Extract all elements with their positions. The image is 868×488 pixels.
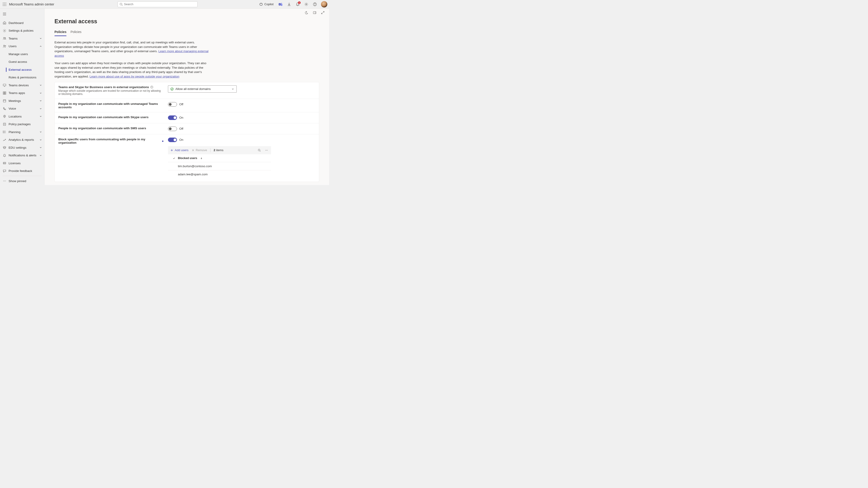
sidebar-item-label: Teams devices [8,84,29,87]
panel-icon[interactable] [312,10,317,15]
topbar-right: Copilot T 1 [257,0,327,8]
sidebar-item-dashboard[interactable]: Dashboard [0,19,44,27]
teams-icon[interactable]: T [277,0,284,8]
svg-point-45 [258,149,260,151]
svg-rect-29 [5,93,6,94]
sidebar-item-settings-policies[interactable]: Settings & policies [0,27,44,35]
sidebar-item-notifications[interactable]: Notifications & alerts [0,152,44,160]
person-icon [2,44,7,48]
select-all-checkbox[interactable] [170,157,178,160]
sidebar-item-show-pinned[interactable]: Show pinned [0,177,44,185]
content: External access Policies Policies Extern… [44,8,329,185]
blocked-users-table: Add users Remove 2 items [168,146,271,178]
svg-point-49 [267,150,268,151]
svg-point-24 [5,45,6,46]
remove-button: Remove [192,149,207,152]
plus-icon [170,149,174,152]
table-more-icon[interactable] [264,148,269,153]
sidebar-item-locations[interactable]: Locations [0,112,44,121]
svg-point-43 [152,86,152,87]
info-icon[interactable] [150,86,153,89]
sidebar-item-label: Users [8,44,17,48]
svg-point-23 [4,45,5,46]
remove-label: Remove [196,149,207,152]
search-wrap [118,1,197,7]
tab-policies-2[interactable]: Policies [70,29,81,36]
svg-point-39 [4,181,5,181]
app-launcher-icon[interactable] [0,0,8,8]
sidebar-item-licenses[interactable]: Licenses [0,159,44,167]
sidebar-item-voice[interactable]: Voice [0,105,44,113]
learn-more-apps-link[interactable]: Learn more about use of apps by people o… [90,75,179,78]
sidebar-item-teams[interactable]: Teams [0,35,44,42]
avatar[interactable] [321,1,327,7]
sidebar-item-roles-permissions[interactable]: Roles & permissions [0,74,44,82]
row-title: People in my organization can communicat… [58,127,146,130]
sidebar-item-teams-apps[interactable]: Teams apps [0,89,44,97]
help-icon[interactable] [311,0,319,8]
toggle-sms-users[interactable] [168,127,177,131]
toggle-skype-users[interactable] [168,116,177,120]
sidebar-item-label: Teams [8,37,18,40]
chevron-down-icon [39,138,42,141]
notifications-icon[interactable]: 1 [294,0,302,8]
search-input[interactable] [124,2,195,6]
svg-point-4 [4,4,5,4]
sidebar-item-users[interactable]: Users [0,42,44,51]
download-icon[interactable] [285,0,293,8]
sidebar-item-analytics[interactable]: Analytics & reports [0,136,44,144]
search-icon [120,3,123,6]
row-title: Block specific users from communicating … [58,138,159,144]
external-domains-dropdown[interactable]: Allow all external domains [168,86,237,93]
row-skype-users: People in my organization can communicat… [55,112,319,123]
svg-text:T: T [279,3,280,5]
row-block-users: Block specific users from communicating … [55,134,319,182]
svg-point-5 [6,4,6,4]
dark-mode-icon[interactable] [304,10,309,15]
hamburger-icon[interactable] [1,11,8,17]
toolbar-separator [210,148,211,152]
blocked-user-email: tim.burton@contoso.com [178,164,269,168]
svg-rect-28 [3,93,4,94]
content-toolbar [44,8,329,15]
row-title: People in my organization can communicat… [58,116,149,119]
calendar-icon [2,99,7,103]
chevron-up-icon [39,45,42,48]
table-row[interactable]: tim.burton@contoso.com [168,162,271,170]
row-title: Teams and Skype for Business users in ex… [58,86,149,89]
add-users-button[interactable]: Add users [170,149,188,152]
svg-point-47 [266,150,266,151]
settings-icon[interactable] [303,0,310,8]
sidebar-item-edu-settings[interactable]: EDU settings [0,144,44,152]
sidebar-item-meetings[interactable]: Meetings [0,97,44,105]
more-icon [2,179,7,183]
svg-point-13 [281,3,282,4]
svg-line-10 [122,5,123,6]
sidebar-item-label: Guest access [8,60,27,64]
add-users-label: Add users [175,149,188,152]
svg-point-48 [266,150,267,151]
copilot-button[interactable]: Copilot [257,1,276,7]
sidebar-item-policy-packages[interactable]: Policy packages [0,121,44,128]
tab-policies-1[interactable]: Policies [55,29,66,36]
svg-point-6 [3,5,4,6]
column-header-blocked-users[interactable]: Blocked users [178,157,269,160]
toggle-block-users[interactable] [168,138,177,142]
chevron-down-icon [39,131,42,133]
settings-card: Teams and Skype for Business users in ex… [55,82,319,182]
sidebar-item-manage-users[interactable]: Manage users [0,50,44,58]
svg-point-21 [4,37,4,38]
topbar: Microsoft Teams admin center Copilot T 1 [0,0,329,8]
table-row[interactable]: adam.lee@spam.com [168,170,271,178]
expand-icon[interactable] [320,10,325,15]
sidebar-item-feedback[interactable]: Provide feedback [0,167,44,175]
table-search-icon[interactable] [257,148,261,153]
changed-indicator-icon [162,140,163,142]
toggle-unmanaged-accounts[interactable] [168,102,177,107]
sidebar-item-teams-devices[interactable]: Teams devices [0,81,44,89]
sidebar-item-external-access[interactable]: External access [0,66,44,74]
svg-point-1 [4,2,5,3]
search-box[interactable] [118,1,197,7]
sidebar-item-guest-access[interactable]: Guest access [0,58,44,66]
sidebar-item-planning[interactable]: Planning [0,128,44,136]
